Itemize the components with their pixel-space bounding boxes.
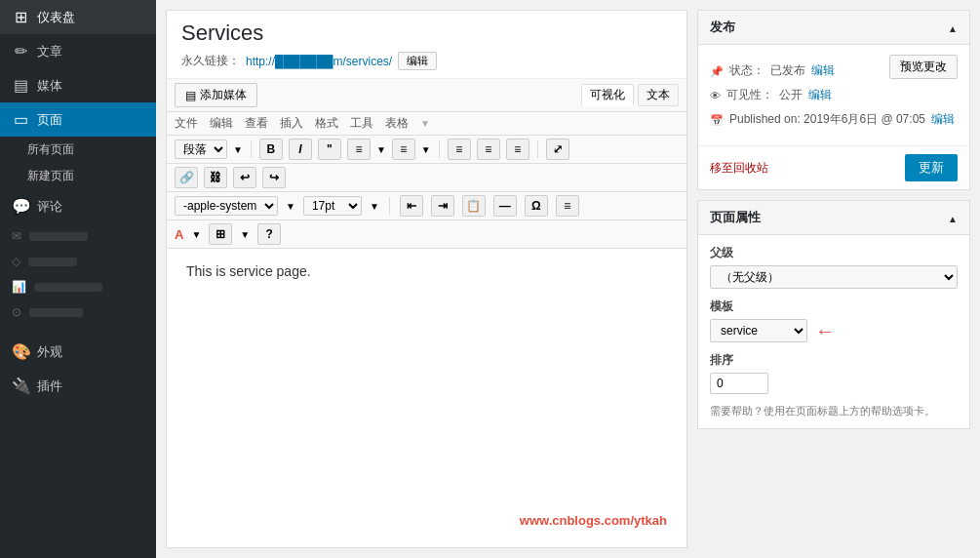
- menu-arrow: ▼: [420, 118, 430, 129]
- visibility-row: 可见性： 公开 编辑: [710, 87, 958, 103]
- parent-select[interactable]: （无父级）: [710, 265, 958, 289]
- list-arrow2: ▼: [421, 144, 431, 155]
- pages-icon: ▭: [12, 110, 29, 129]
- visibility-label: 可见性：: [726, 87, 773, 103]
- status-edit-link[interactable]: 编辑: [811, 62, 835, 79]
- order-label: 排序: [710, 352, 958, 369]
- tab-visual[interactable]: 可视化: [581, 84, 634, 106]
- add-media-label: 添加媒体: [200, 87, 247, 103]
- publish-box-header[interactable]: 发布: [698, 11, 969, 45]
- font-size-select[interactable]: 17pt: [303, 196, 362, 216]
- list-button2[interactable]: ≡: [556, 195, 579, 217]
- template-select[interactable]: service: [710, 319, 807, 342]
- table-button[interactable]: ⊞: [209, 223, 232, 245]
- sidebar-item-appearance[interactable]: 🎨 外观: [0, 335, 156, 369]
- trash-link[interactable]: 移至回收站: [710, 160, 768, 177]
- publish-box-content: 预览更改 状态： 已发布 编辑 可见性： 公开 编辑: [698, 45, 969, 145]
- sidebar-item-comments[interactable]: 💬 评论: [0, 189, 156, 223]
- paste-button[interactable]: 📋: [462, 195, 486, 217]
- sidebar-blurred-2: ◇: [0, 249, 156, 274]
- parent-row: 父级 （无父级）: [710, 245, 958, 289]
- sidebar: ⊞ 仪表盘 ✏ 文章 ▤ 媒体 ▭ 页面 所有页面 新建页面 💬 评论 ✉ ◇ …: [0, 0, 156, 558]
- editor-toolbar-top: ▤ 添加媒体 可视化 文本: [167, 79, 686, 112]
- sidebar-sub-all-pages[interactable]: 所有页面: [0, 137, 156, 163]
- permalink-edit-button[interactable]: 编辑: [398, 52, 437, 70]
- list-ul-button[interactable]: ≡: [347, 139, 371, 160]
- plugins-icon: 🔌: [12, 377, 29, 395]
- permalink-url[interactable]: http://███████m/services/: [246, 55, 392, 68]
- publish-chevron-icon: [948, 20, 958, 35]
- add-media-button[interactable]: ▤ 添加媒体: [175, 83, 257, 107]
- visibility-value: 公开: [779, 87, 803, 103]
- add-media-icon: ▤: [185, 89, 196, 102]
- editor-panel: Services 永久链接： http://███████m/services/…: [166, 10, 687, 548]
- content-area: Services 永久链接： http://███████m/services/…: [156, 0, 980, 558]
- permalink-label: 永久链接：: [181, 53, 240, 69]
- main-content: Services 永久链接： http://███████m/services/…: [156, 0, 980, 558]
- publish-title: 发布: [710, 19, 735, 36]
- dashboard-icon: ⊞: [12, 8, 29, 26]
- table-arrow: ▼: [240, 229, 250, 240]
- sidebar-sub-new-page[interactable]: 新建页面: [0, 163, 156, 189]
- italic-button[interactable]: I: [289, 139, 312, 160]
- sidebar-item-pages[interactable]: ▭ 页面: [0, 102, 156, 137]
- blockquote-button[interactable]: ": [318, 139, 341, 160]
- menu-edit[interactable]: 编辑: [210, 115, 233, 132]
- parent-label: 父级: [710, 245, 958, 261]
- media-icon: ▤: [12, 76, 29, 95]
- order-row: 排序: [710, 352, 958, 394]
- update-button[interactable]: 更新: [905, 154, 958, 181]
- editor-menu-bar: 文件 编辑 查看 插入 格式 工具 表格 ▼: [167, 112, 686, 136]
- sidebar-item-plugins[interactable]: 🔌 插件: [0, 369, 156, 403]
- sidebar-item-media[interactable]: ▤ 媒体: [0, 68, 156, 102]
- menu-format[interactable]: 格式: [315, 115, 338, 132]
- menu-view[interactable]: 查看: [245, 115, 268, 132]
- template-select-row: service ←: [710, 319, 958, 342]
- font-family-select[interactable]: -apple-system: [175, 196, 278, 216]
- outdent-button[interactable]: ⇤: [400, 195, 423, 217]
- align-right-button[interactable]: ≡: [506, 139, 529, 160]
- redo-button[interactable]: ↪: [262, 167, 286, 188]
- menu-file[interactable]: 文件: [175, 115, 198, 132]
- preview-button[interactable]: 预览更改: [889, 55, 958, 79]
- editor-format-bar-1: 段落 ▼ B I " ≡ ▼ ≡ ▼ ≡ ≡ ≡ ⤢: [167, 136, 686, 164]
- sidebar-blurred-4: ⊙: [0, 299, 156, 325]
- align-center-button[interactable]: ≡: [477, 139, 500, 160]
- published-edit-link[interactable]: 编辑: [931, 111, 955, 128]
- paragraph-arrow: ▼: [233, 144, 243, 155]
- font-color-arrow: ▼: [191, 229, 201, 240]
- font-size-arrow: ▼: [370, 201, 379, 212]
- editor-format-bar-3: -apple-system ▼ 17pt ▼ ⇤ ⇥ 📋 — Ω ≡: [167, 192, 686, 220]
- menu-tools[interactable]: 工具: [350, 115, 373, 132]
- published-label: Published on: 2019年6月6日 @ 07:05: [729, 111, 925, 128]
- status-value: 已发布: [770, 62, 805, 79]
- editor-header: Services 永久链接： http://███████m/services/…: [167, 11, 686, 79]
- link-button[interactable]: 🔗: [175, 167, 198, 188]
- indent-button[interactable]: ⇥: [431, 195, 454, 217]
- undo-button[interactable]: ↩: [233, 167, 256, 188]
- sidebar-item-posts[interactable]: ✏ 文章: [0, 34, 156, 68]
- align-left-button[interactable]: ≡: [448, 139, 471, 160]
- visibility-edit-link[interactable]: 编辑: [808, 87, 832, 103]
- fullscreen-button[interactable]: ⤢: [546, 139, 569, 160]
- tab-text[interactable]: 文本: [638, 84, 679, 106]
- page-attributes-header[interactable]: 页面属性: [698, 201, 969, 235]
- menu-table[interactable]: 表格: [385, 115, 409, 132]
- right-panel: 发布 预览更改 状态： 已发布 编辑 可见性：: [697, 10, 970, 548]
- omega-button[interactable]: Ω: [525, 195, 548, 217]
- list-arrow: ▼: [376, 144, 386, 155]
- font-family-arrow: ▼: [286, 201, 295, 212]
- menu-insert[interactable]: 插入: [280, 115, 303, 132]
- unlink-button[interactable]: ⛓: [204, 167, 227, 188]
- help-button[interactable]: ?: [257, 223, 281, 245]
- hr-button[interactable]: —: [493, 195, 517, 217]
- editor-content[interactable]: This is service page. www.cnblogs.com/yt…: [167, 249, 686, 547]
- sidebar-item-dashboard[interactable]: ⊞ 仪表盘: [0, 0, 156, 34]
- bold-button[interactable]: B: [259, 139, 283, 160]
- page-attributes-chevron-icon: [948, 211, 958, 225]
- publish-box: 发布 预览更改 状态： 已发布 编辑 可见性：: [697, 10, 970, 190]
- template-row: 模板 service ←: [710, 299, 958, 342]
- list-ol-button[interactable]: ≡: [392, 139, 415, 160]
- order-input[interactable]: [710, 373, 768, 394]
- paragraph-select[interactable]: 段落: [175, 140, 227, 159]
